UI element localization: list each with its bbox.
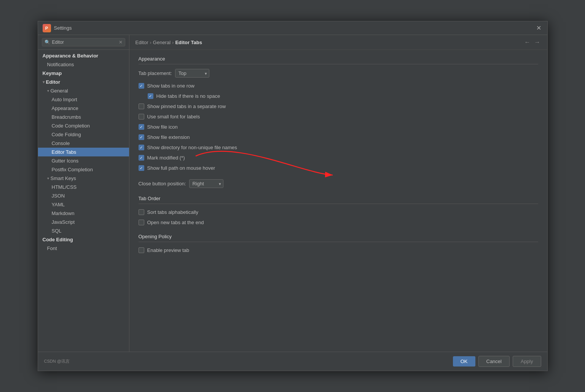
close-button-select-wrap: Right Left None <box>189 179 223 188</box>
sidebar-item-sql[interactable]: SQL <box>38 226 129 235</box>
sidebar-item-font[interactable]: Font <box>38 244 129 253</box>
tab-placement-select[interactable]: Top Bottom Left Right None <box>175 69 209 78</box>
sidebar-item-smart-keys[interactable]: ▾ Smart Keys <box>38 174 129 183</box>
ok-button[interactable]: OK <box>453 356 475 367</box>
sidebar-item-label: Appearance <box>52 105 78 111</box>
sidebar-item-auto-import[interactable]: Auto Import <box>38 95 129 104</box>
sidebar-item-code-folding[interactable]: Code Folding <box>38 130 129 139</box>
sidebar-item-javascript[interactable]: JavaScript <box>38 218 129 226</box>
breadcrumb-editor: Editor <box>135 40 148 45</box>
show-file-extension-checkbox[interactable] <box>139 134 144 140</box>
tab-placement-label: Tab placement: <box>139 70 172 76</box>
close-button-position-row: Close button position: Right Left None <box>139 179 538 188</box>
sidebar-item-label: Gutter Icons <box>52 158 79 164</box>
breadcrumb-sep-2: › <box>172 40 174 45</box>
open-new-end-row: Open new tabs at the end <box>139 219 538 226</box>
enable-preview-checkbox[interactable] <box>139 247 144 253</box>
appearance-section-title: Appearance <box>139 56 538 64</box>
breadcrumb-general: General <box>153 40 171 45</box>
sidebar-item-label: HTML/CSS <box>52 184 77 190</box>
show-tabs-one-row-checkbox[interactable] <box>139 83 144 89</box>
search-input[interactable] <box>52 40 117 45</box>
use-small-font-checkbox[interactable] <box>139 114 144 120</box>
close-button[interactable]: ✕ <box>535 24 543 32</box>
show-pinned-checkbox[interactable] <box>139 104 144 109</box>
sidebar-item-label: Notifications <box>47 62 74 67</box>
show-full-path-row: Show full path on mouse hover <box>139 164 538 172</box>
enable-preview-row: Enable preview tab <box>139 247 538 254</box>
sidebar: 🔍 ✕ Appearance & Behavior Notifications … <box>38 35 129 352</box>
sidebar-item-label: Appearance & Behavior <box>43 53 99 59</box>
csdn-credit: CSDN @讯言 <box>44 359 70 364</box>
sidebar-item-label: Font <box>47 245 57 251</box>
title-bar: P Settings ✕ <box>38 21 547 35</box>
enable-preview-label: Enable preview tab <box>147 247 190 253</box>
open-new-end-checkbox[interactable] <box>139 220 144 225</box>
sidebar-item-console[interactable]: Console <box>38 139 129 148</box>
sidebar-item-yaml[interactable]: YAML <box>38 200 129 209</box>
show-full-path-checkbox[interactable] <box>139 165 144 171</box>
show-file-icon-checkbox[interactable] <box>139 124 144 130</box>
show-tabs-one-row-label: Show tabs in one row <box>147 83 194 89</box>
breadcrumb-editor-tabs: Editor Tabs <box>175 40 202 45</box>
cancel-button[interactable]: Cancel <box>478 356 510 367</box>
open-new-end-label: Open new tabs at the end <box>147 220 204 225</box>
sort-alphabetically-row: Sort tabs alphabetically <box>139 209 538 216</box>
hide-tabs-label: Hide tabs if there is no space <box>156 93 220 99</box>
sidebar-item-notifications[interactable]: Notifications <box>38 60 129 69</box>
sidebar-item-breadcrumbs[interactable]: Breadcrumbs <box>38 113 129 121</box>
apply-button[interactable]: Apply <box>513 356 541 367</box>
sidebar-item-label: Code Folding <box>52 132 81 137</box>
show-file-extension-label: Show file extension <box>147 134 190 140</box>
sidebar-item-code-editing[interactable]: Code Editing <box>38 235 129 244</box>
show-directory-checkbox[interactable] <box>139 145 144 150</box>
sidebar-item-markdown[interactable]: Markdown <box>38 209 129 218</box>
sidebar-item-label: JavaScript <box>52 219 75 225</box>
sidebar-item-keymap[interactable]: Keymap <box>38 69 129 78</box>
mark-modified-checkbox[interactable] <box>139 155 144 161</box>
sidebar-item-label: Code Completion <box>52 123 90 129</box>
sidebar-item-label: Markdown <box>52 210 75 216</box>
search-clear-icon[interactable]: ✕ <box>119 40 123 45</box>
sidebar-item-editor[interactable]: ▾ Editor <box>38 78 129 86</box>
sidebar-item-editor-tabs[interactable]: Editor Tabs <box>38 148 129 156</box>
sort-alphabetically-checkbox[interactable] <box>139 209 144 215</box>
nav-forward-icon[interactable]: → <box>534 38 541 46</box>
sidebar-item-code-completion[interactable]: Code Completion <box>38 121 129 130</box>
tab-order-section-title: Tab Order <box>139 196 538 204</box>
breadcrumb-bar: Editor › General › Editor Tabs ← → <box>129 35 547 50</box>
sidebar-item-general[interactable]: ▾ General <box>38 86 129 95</box>
sidebar-item-label: General <box>51 88 68 94</box>
sidebar-item-label: Postfix Completion <box>52 167 93 172</box>
mark-modified-row: Mark modified (*) 未保存的文件是否以 * 号展示 <box>139 154 538 161</box>
show-file-icon-row: Show file icon <box>139 123 538 131</box>
search-icon: 🔍 <box>45 40 50 45</box>
close-button-select[interactable]: Right Left None <box>189 179 223 188</box>
opening-policy-section-title: Opening Policy <box>139 234 538 242</box>
sidebar-item-appearance-behavior[interactable]: Appearance & Behavior <box>38 51 129 60</box>
chevron-icon: ▾ <box>47 176 49 180</box>
search-box: 🔍 ✕ <box>38 35 129 50</box>
sort-alphabetically-label: Sort tabs alphabetically <box>147 209 198 215</box>
search-input-wrap: 🔍 ✕ <box>42 38 125 46</box>
chevron-icon: ▾ <box>43 80 45 84</box>
hide-tabs-checkbox[interactable] <box>148 93 153 99</box>
show-full-path-label: Show full path on mouse hover <box>147 165 215 171</box>
mark-modified-label: Mark modified (*) <box>147 155 185 161</box>
show-tabs-one-row-row: Show tabs in one row <box>139 82 538 89</box>
show-file-icon-label: Show file icon <box>147 124 178 130</box>
sidebar-item-html-css[interactable]: HTML/CSS <box>38 183 129 191</box>
sidebar-item-appearance[interactable]: Appearance <box>38 104 129 113</box>
dialog-title: Settings <box>54 25 72 31</box>
dialog-body: 🔍 ✕ Appearance & Behavior Notifications … <box>38 35 547 352</box>
sidebar-item-json[interactable]: JSON <box>38 191 129 200</box>
sidebar-item-label: Editor <box>46 79 61 85</box>
chevron-icon: ▾ <box>47 89 49 93</box>
nav-back-icon[interactable]: ← <box>524 38 531 46</box>
sidebar-tree: Appearance & Behavior Notifications Keym… <box>38 50 129 352</box>
main-panel: Editor › General › Editor Tabs ← → Appea… <box>129 35 547 352</box>
sidebar-item-gutter-icons[interactable]: Gutter Icons <box>38 156 129 165</box>
tab-placement-row: Tab placement: Top Bottom Left Right Non… <box>139 69 538 78</box>
sidebar-item-postfix-completion[interactable]: Postfix Completion <box>38 165 129 174</box>
close-button-position-label: Close button position: <box>139 181 186 186</box>
